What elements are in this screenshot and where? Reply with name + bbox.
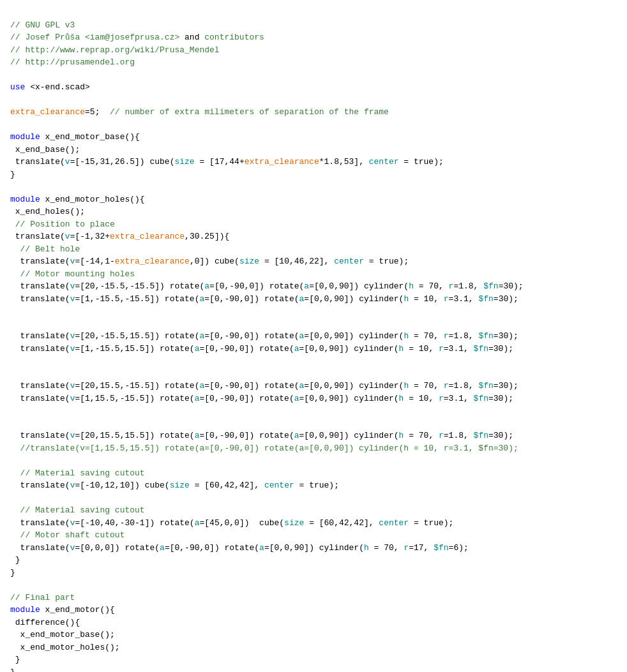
line-24: translate(v=[20,15.5,15.5]) rotate(a=[0,… [10, 431, 513, 440]
line-2: // Josef Průša <iam@josefprusa.cz> and c… [10, 33, 264, 42]
line-38: x_end_motor_holes(); [10, 643, 120, 652]
line-40: } [10, 668, 15, 673]
line-7: module x_end_motor_base(){ [10, 132, 140, 142]
line-31: translate(v=[0,0,0]) rotate(a=[0,-90,0])… [10, 543, 469, 553]
line-26: // Material saving cutout [10, 468, 145, 478]
line-37: x_end_motor_base(); [10, 630, 115, 639]
line-1: // GNU GPL v3 [10, 20, 75, 30]
line-32: } [10, 555, 20, 565]
line-23: translate(v=[1,15.5,-15.5]) rotate(a=[0,… [10, 394, 513, 403]
line-5: use <x-end.scad> [10, 82, 90, 92]
line-3: // http://www.reprap.org/wiki/Prusa_Mend… [10, 45, 220, 55]
line-8: x_end_base(); [10, 145, 80, 154]
line-10: } [10, 170, 15, 179]
code-editor: // GNU GPL v3 // Josef Průša <iam@josefp… [10, 6, 617, 672]
line-13: // Position to place [10, 220, 115, 229]
line-30: // Motor shaft cutout [10, 530, 125, 540]
line-6: extra_clearance=5; // number of extra mi… [10, 107, 389, 117]
line-34: // Final part [10, 593, 75, 602]
line-18: translate(v=[20,-15.5,-15.5]) rotate(a=[… [10, 281, 524, 291]
line-29: translate(v=[-10,40,-30-1]) rotate(a=[45… [10, 518, 453, 528]
line-20: translate(v=[20,-15.5,15.5]) rotate(a=[0… [10, 331, 518, 341]
line-27: translate(v=[-10,12,10]) cube(size = [60… [10, 481, 339, 490]
line-9: translate(v=[-15,31,26.5]) cube(size = [… [10, 157, 444, 167]
line-12: x_end_holes(); [10, 207, 85, 216]
line-14: translate(v=[-1,32+extra_clearance,30.25… [10, 232, 229, 241]
line-28: // Material saving cutout [10, 505, 145, 515]
line-19: translate(v=[1,-15.5,-15.5]) rotate(a=[0… [10, 294, 518, 304]
line-35: module x_end_motor(){ [10, 605, 115, 615]
line-25: //translate(v=[1,15.5,15.5]) rotate(a=[0… [10, 444, 518, 453]
line-4: // http://prusamendel.org [10, 57, 135, 67]
line-39: } [10, 655, 20, 664]
line-16: translate(v=[-14,1-extra_clearance,0]) c… [10, 257, 409, 266]
line-17: // Motor mounting holes [10, 269, 135, 279]
line-21: translate(v=[1,-15.5,15.5]) rotate(a=[0,… [10, 344, 513, 354]
line-22: translate(v=[20,15.5,-15.5]) rotate(a=[0… [10, 381, 518, 391]
line-33: } [10, 568, 15, 578]
line-15: // Belt hole [10, 244, 80, 254]
line-36: difference(){ [10, 618, 80, 627]
line-11: module x_end_motor_holes(){ [10, 195, 145, 204]
